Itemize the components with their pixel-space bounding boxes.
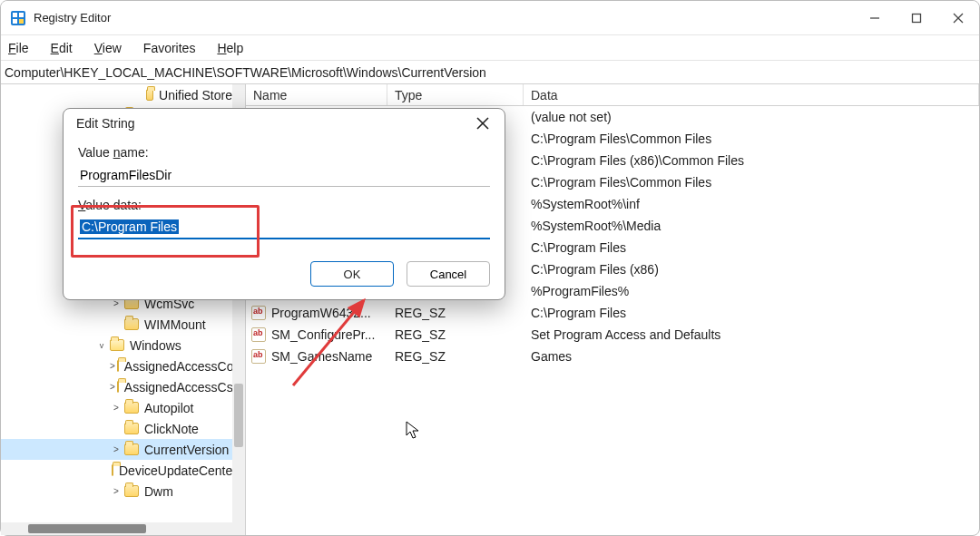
cell-data: C:\Program Files	[524, 306, 979, 320]
list-header: Name Type Data	[246, 84, 979, 106]
list-row[interactable]: SM_ConfigurePr...REG_SZSet Program Acces…	[246, 324, 979, 346]
folder-icon	[124, 485, 139, 497]
svg-rect-2	[19, 13, 24, 17]
ok-button[interactable]: OK	[310, 261, 394, 287]
tree-item-label: Unified Store	[159, 88, 232, 102]
cell-type: REG_SZ	[387, 306, 524, 320]
tree-item-label: AssignedAccessCsp	[124, 380, 232, 395]
folder-icon	[110, 339, 124, 351]
tree-item[interactable]: Unified Store	[1, 84, 232, 105]
value-name-label: Value name:	[78, 145, 490, 160]
value-data-label: Value data:	[78, 198, 490, 212]
tree-item[interactable]: AssignedAccessConfiguration	[1, 356, 232, 376]
string-value-icon	[251, 327, 266, 342]
chevron-icon[interactable]	[95, 341, 108, 350]
address-text: Computer\HKEY_LOCAL_MACHINE\SOFTWARE\Mic…	[5, 65, 486, 80]
cancel-button[interactable]: Cancel	[407, 261, 490, 287]
cell-data: (value not set)	[524, 110, 979, 124]
tree-item-label: AssignedAccessConfiguration	[124, 359, 232, 374]
tree-item[interactable]: Windows	[1, 335, 232, 356]
close-button[interactable]	[937, 1, 979, 35]
scrollbar-thumb[interactable]	[234, 384, 243, 447]
tree-item-label: DeviceUpdateCenter	[119, 463, 232, 478]
tree-item[interactable]: DeviceUpdateCenter	[1, 460, 232, 481]
tree-item-label: Autopilot	[144, 401, 193, 415]
cell-type: REG_SZ	[387, 349, 524, 364]
tree-item-label: WIMMount	[144, 317, 206, 332]
cell-data: Set Program Access and Defaults	[524, 327, 979, 342]
tree-item-label: Windows	[130, 338, 181, 353]
cell-data: C:\Program Files (x86)	[524, 262, 979, 277]
tree-item-label: CurrentVersion	[144, 443, 229, 457]
tree-horizontal-scrollbar[interactable]	[1, 522, 232, 535]
list-row[interactable]: SM_GamesNameREG_SZGames	[246, 346, 979, 367]
tree-item[interactable]: CurrentVersion	[1, 439, 232, 460]
column-type[interactable]: Type	[387, 84, 524, 105]
chevron-icon[interactable]	[110, 444, 122, 454]
folder-icon	[124, 318, 139, 330]
string-value-icon	[251, 349, 266, 364]
cell-data: %ProgramFiles%	[524, 284, 979, 298]
menubar: File Edit View Favorites Help	[1, 35, 979, 61]
dialog-titlebar: Edit String	[64, 109, 505, 138]
folder-icon	[117, 360, 119, 372]
menu-file[interactable]: File	[8, 41, 29, 55]
string-value-icon	[251, 306, 266, 320]
svg-rect-1	[13, 13, 17, 17]
address-bar[interactable]: Computer\HKEY_LOCAL_MACHINE\SOFTWARE\Mic…	[1, 61, 979, 84]
cell-name: SM_ConfigurePr...	[246, 327, 387, 342]
tree-item[interactable]: Dwm	[1, 481, 232, 502]
tree-item[interactable]: WIMMount	[1, 314, 232, 335]
list-row[interactable]: ProgramW6432...REG_SZC:\Program Files	[246, 302, 979, 324]
scroll-corner	[232, 522, 245, 535]
cell-data: %SystemRoot%\inf	[524, 197, 979, 211]
value-name-input[interactable]	[78, 163, 490, 187]
menu-edit[interactable]: Edit	[51, 41, 73, 55]
column-data[interactable]: Data	[524, 84, 979, 105]
tree-item[interactable]: AssignedAccessCsp	[1, 376, 232, 397]
cell-data: %SystemRoot%\Media	[524, 219, 979, 233]
cell-data: C:\Program Files\Common Files	[524, 175, 979, 190]
cell-data: C:\Program Files (x86)\Common Files	[524, 153, 979, 168]
titlebar: Registry Editor	[1, 1, 979, 35]
column-name[interactable]: Name	[246, 84, 387, 105]
dialog-close-button[interactable]	[472, 112, 494, 134]
chevron-icon[interactable]	[110, 382, 115, 392]
tree-item[interactable]: Autopilot	[1, 397, 232, 418]
menu-view[interactable]: View	[94, 41, 122, 55]
folder-icon	[124, 443, 139, 455]
chevron-icon[interactable]	[110, 486, 122, 496]
svg-rect-6	[913, 14, 921, 22]
folder-icon	[124, 402, 139, 414]
folder-icon	[124, 423, 139, 434]
folder-icon	[146, 89, 153, 101]
svg-rect-4	[19, 19, 24, 24]
cell-data: C:\Program Files	[524, 240, 979, 255]
maximize-button[interactable]	[896, 1, 937, 35]
tree-item-label: ClickNote	[144, 422, 199, 436]
folder-icon	[112, 464, 113, 476]
cell-data: C:\Program Files\Common Files	[524, 132, 979, 146]
tree-item[interactable]: ClickNote	[1, 418, 232, 439]
menu-help[interactable]: Help	[217, 41, 243, 55]
registry-editor-window: Registry Editor File Edit View Favorites…	[0, 0, 980, 536]
cell-data: Games	[524, 349, 979, 364]
dialog-title: Edit String	[76, 116, 135, 131]
edit-string-dialog: Edit String Value name: Value data: C:\P…	[63, 108, 505, 300]
tree-item-label: Dwm	[144, 484, 173, 499]
svg-rect-3	[13, 19, 17, 24]
cell-name: ProgramW6432...	[246, 306, 387, 320]
value-data-input[interactable]: C:\Program Files	[78, 216, 490, 239]
value-data-selection: C:\Program Files	[80, 219, 179, 234]
cell-type: REG_SZ	[387, 327, 524, 342]
menu-favorites[interactable]: Favorites	[143, 41, 196, 55]
scrollbar-thumb[interactable]	[28, 524, 146, 533]
chevron-icon[interactable]	[110, 361, 115, 371]
window-title: Registry Editor	[34, 11, 111, 24]
chevron-icon[interactable]	[110, 403, 122, 413]
minimize-button[interactable]	[854, 1, 896, 35]
cell-name: SM_GamesName	[246, 349, 387, 364]
regedit-icon	[10, 10, 26, 26]
folder-icon	[117, 381, 119, 393]
